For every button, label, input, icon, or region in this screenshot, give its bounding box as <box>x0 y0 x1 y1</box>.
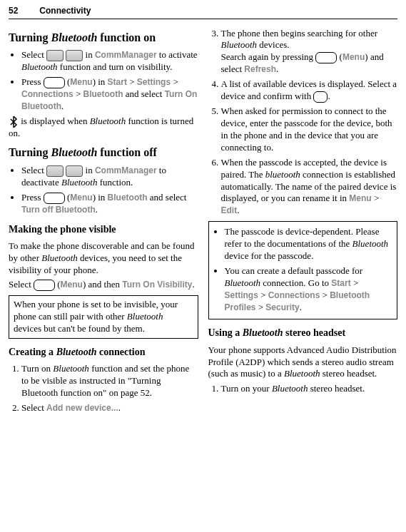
list-item: A list of available devices is displayed… <box>221 78 398 103</box>
paragraph: is displayed when Bluetooth function is … <box>9 116 198 140</box>
toggle-on-icon <box>66 50 83 61</box>
list-item: The passcode is device-dependent. Please… <box>225 226 393 262</box>
paragraph: Select (Menu) and then Turn On Visibilit… <box>9 279 198 291</box>
softkey-icon <box>315 52 337 63</box>
left-column: Turning Bluetooth function on Select in … <box>9 25 198 417</box>
heading-headset: Using a Bluetooth stereo headset <box>208 327 398 339</box>
ok-key-icon <box>313 91 328 103</box>
list-item: You can create a default passcode for Bl… <box>225 265 393 314</box>
list-item: Select Add new device.... <box>21 402 198 414</box>
list-item: When the passcode is accepted, the devic… <box>221 157 398 217</box>
toggle-on-icon <box>46 165 64 177</box>
heading-turn-off: Turning Bluetooth function off <box>9 145 198 160</box>
note-box: The passcode is device-dependent. Please… <box>208 221 398 319</box>
list-item: Turn on Bluetooth function and set the p… <box>21 363 198 399</box>
list-item: Select in CommManager to activate Blueto… <box>21 49 198 73</box>
note-box: When your phone is set to be invisible, … <box>9 295 198 339</box>
page-number: 52 <box>9 6 18 17</box>
content-columns: Turning Bluetooth function on Select in … <box>9 25 397 417</box>
softkey-icon <box>44 193 65 204</box>
toggle-off-icon <box>46 50 64 61</box>
list-item: Press (Menu) in Bluetooth and select Tur… <box>21 192 198 216</box>
list-item: The phone then begins searching for othe… <box>221 28 398 76</box>
list-item: When asked for permission to connect to … <box>221 106 398 154</box>
right-column: The phone then begins searching for othe… <box>208 25 398 417</box>
paragraph: To make the phone discoverable and can b… <box>9 240 198 277</box>
list-item: Turn on your Bluetooth stereo headset. <box>221 383 398 395</box>
bluetooth-icon <box>9 116 19 128</box>
heading-creating: Creating a Bluetooth connection <box>9 346 198 359</box>
list-item: Press (Menu) in Start > Settings > Conne… <box>21 76 198 113</box>
heading-visible: Making the phone visible <box>9 223 198 236</box>
softkey-icon <box>34 280 55 291</box>
paragraph: Your phone supports Advanced Audio Distr… <box>208 344 398 381</box>
heading-turn-on: Turning Bluetooth function on <box>9 31 198 46</box>
toggle-off-icon <box>66 165 83 177</box>
softkey-icon <box>44 77 65 88</box>
page-header: 52 Connectivity <box>9 6 397 19</box>
list-item: Select in CommManager to deactivate Blue… <box>21 165 198 189</box>
section-title: Connectivity <box>39 6 91 17</box>
